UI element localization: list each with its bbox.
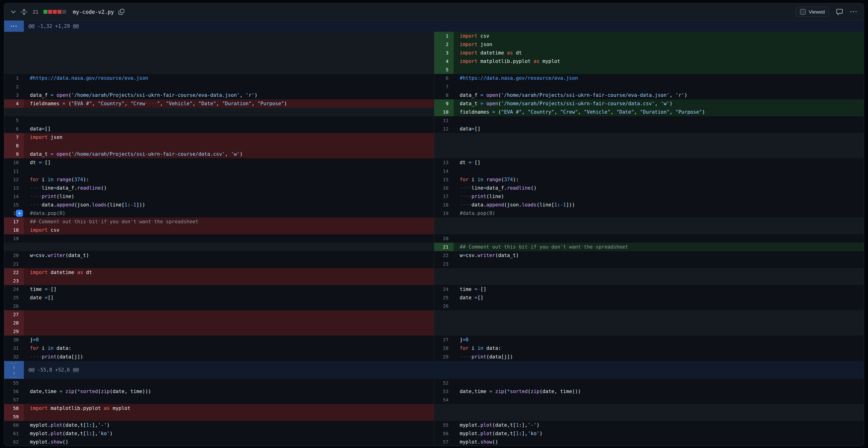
- line-number-new[interactable]: 5: [434, 65, 454, 74]
- line-number-old[interactable]: 22: [4, 268, 24, 277]
- expand-hunk-button[interactable]: ···: [4, 21, 24, 32]
- line-number-old[interactable]: 59: [4, 413, 24, 421]
- code-line-old: date,time = zip(*sorted(zip(date, time))…: [24, 387, 434, 396]
- line-number-new[interactable]: 8: [434, 91, 454, 99]
- line-number-new[interactable]: 56: [434, 429, 454, 438]
- diff-row: 58import matplotlib.pyplot as myplot: [4, 404, 864, 413]
- line-number-old[interactable]: 9: [4, 150, 24, 158]
- line-number-new[interactable]: 21: [434, 243, 454, 251]
- line-number-new[interactable]: 16: [434, 184, 454, 192]
- code-line-old: time =·[]: [24, 285, 434, 294]
- line-number-old[interactable]: 62: [4, 438, 24, 446]
- kebab-menu-icon[interactable]: ···: [850, 8, 858, 16]
- copy-path-icon[interactable]: [118, 9, 125, 15]
- line-number-new[interactable]: 1: [434, 32, 454, 40]
- line-number-new[interactable]: 57: [434, 438, 454, 446]
- collapse-file-chevron-icon[interactable]: [10, 9, 17, 15]
- comment-bubble-icon[interactable]: [836, 8, 843, 16]
- line-number-old[interactable]: 30: [4, 335, 24, 344]
- line-number-old[interactable]: 10: [4, 158, 24, 167]
- code-line-old: [24, 310, 434, 319]
- line-number-old[interactable]: 25: [4, 294, 24, 302]
- line-number-new[interactable]: 23: [434, 260, 454, 268]
- line-number-new[interactable]: 10: [434, 108, 454, 116]
- line-number-new[interactable]: 20: [434, 234, 454, 243]
- line-number-old[interactable]: 26: [4, 302, 24, 310]
- line-number-old[interactable]: 13: [4, 184, 24, 192]
- line-number-old[interactable]: 3: [4, 91, 24, 99]
- line-number-new[interactable]: 9: [434, 99, 454, 108]
- line-number-new[interactable]: 22: [434, 251, 454, 260]
- line-number-new[interactable]: 4: [434, 57, 454, 65]
- line-number-new[interactable]: 17: [434, 192, 454, 201]
- line-number-old[interactable]: 60: [4, 421, 24, 429]
- line-number-new[interactable]: 19: [434, 209, 454, 217]
- line-number-new[interactable]: 14: [434, 167, 454, 175]
- add-comment-plus-button[interactable]: +: [16, 210, 23, 217]
- line-number-old[interactable]: 6: [4, 125, 24, 133]
- expand-down-button[interactable]: ·····↓: [4, 361, 24, 370]
- line-number-old[interactable]: 55: [4, 379, 24, 387]
- line-number-old[interactable]: 11: [4, 167, 24, 175]
- line-number-old[interactable]: 8: [4, 142, 24, 150]
- line-number-old[interactable]: 57: [4, 396, 24, 404]
- line-number-new[interactable]: 3: [434, 49, 454, 57]
- line-number-old[interactable]: 7: [4, 133, 24, 142]
- line-number-new[interactable]: 27: [434, 335, 454, 344]
- line-number-new[interactable]: 7: [434, 83, 454, 91]
- line-number-new[interactable]: 54: [434, 396, 454, 404]
- code-line-old: [24, 65, 434, 74]
- line-number-old[interactable]: 5: [4, 116, 24, 125]
- line-number-old[interactable]: 12: [4, 175, 24, 184]
- arrow-down-icon: ↓: [13, 364, 15, 369]
- line-number-new[interactable]: 12: [434, 125, 454, 133]
- line-number-old[interactable]: 28: [4, 319, 24, 327]
- line-number-new[interactable]: 25: [434, 294, 454, 302]
- line-number-old[interactable]: 21: [4, 260, 24, 268]
- line-number-old[interactable]: 18: [4, 226, 24, 234]
- line-number-new[interactable]: 53: [434, 387, 454, 396]
- line-number-old[interactable]: 19: [4, 234, 24, 243]
- line-number-old[interactable]: 27: [4, 310, 24, 319]
- code-line-new: fieldnames = ("EVA #", "Country", "Crew"…: [454, 108, 864, 116]
- viewed-toggle[interactable]: Viewed: [796, 7, 829, 17]
- line-number-new[interactable]: 26: [434, 302, 454, 310]
- line-number-new[interactable]: 29: [434, 353, 454, 361]
- line-number-old[interactable]: 24: [4, 285, 24, 294]
- line-number-new[interactable]: 2: [434, 40, 454, 49]
- line-number-old: [4, 49, 24, 57]
- expand-up-button[interactable]: ↑·····: [4, 370, 24, 379]
- line-number-old[interactable]: 29: [4, 327, 24, 335]
- line-number-new[interactable]: 15: [434, 175, 454, 184]
- line-number-new[interactable]: 13: [434, 158, 454, 167]
- unfold-arrows-icon[interactable]: [21, 8, 28, 16]
- line-number-old[interactable]: 32: [4, 353, 24, 361]
- file-name[interactable]: my-code-v2.py: [73, 9, 114, 15]
- line-number-old[interactable]: 2: [4, 83, 24, 91]
- viewed-checkbox[interactable]: [800, 9, 806, 15]
- line-number-old[interactable]: 61: [4, 429, 24, 438]
- diff-row: 13····line=data_f.readline()16····line=d…: [4, 184, 864, 192]
- diff-row: 3import datetime as dt: [4, 49, 864, 57]
- line-number-new: [434, 268, 454, 277]
- line-number-new[interactable]: 6: [434, 74, 454, 82]
- line-number-old[interactable]: 31: [4, 344, 24, 352]
- line-number-old[interactable]: 4: [4, 99, 24, 108]
- line-number-old[interactable]: 56: [4, 387, 24, 396]
- line-number-new[interactable]: 52: [434, 379, 454, 387]
- line-number-new[interactable]: 24: [434, 285, 454, 294]
- line-number-old[interactable]: 17: [4, 217, 24, 226]
- line-number-new[interactable]: 28: [434, 344, 454, 352]
- line-number-new[interactable]: 11: [434, 116, 454, 125]
- diff-row: 22import datetime as dt: [4, 268, 864, 277]
- line-number-new[interactable]: 18: [434, 201, 454, 209]
- line-number-old[interactable]: 58: [4, 404, 24, 413]
- line-number-old[interactable]: 1: [4, 74, 24, 82]
- line-number-old[interactable]: 20: [4, 251, 24, 260]
- code-line-old: ##·Comment·out·this·bit·if·you·don't·wan…: [24, 217, 434, 226]
- line-number-old[interactable]: 15: [4, 201, 24, 209]
- line-number-old[interactable]: 23: [4, 277, 24, 285]
- line-number-new[interactable]: 55: [434, 421, 454, 429]
- line-number-old[interactable]: 14: [4, 192, 24, 201]
- line-number-old[interactable]: 16+: [4, 209, 24, 217]
